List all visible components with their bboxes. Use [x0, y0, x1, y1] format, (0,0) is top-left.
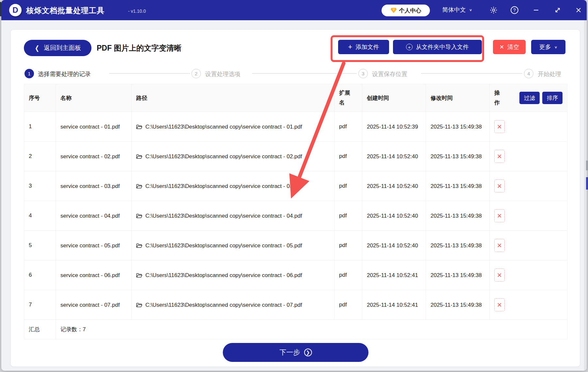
col-header-name: 名称: [56, 84, 132, 112]
cell-ext: pdf: [335, 231, 362, 260]
close-button[interactable]: [574, 5, 583, 15]
account-center-button[interactable]: 个人中心: [382, 5, 430, 16]
delete-row-button[interactable]: ✕: [494, 209, 505, 222]
delete-row-button[interactable]: ✕: [494, 269, 505, 282]
add-files-button[interactable]: + 添加文件: [338, 40, 389, 54]
cell-seq: 1: [24, 112, 56, 142]
step-2-label: 设置处理选项: [205, 70, 240, 78]
background-window-fragment: [0, 2, 1, 16]
col-header-created: 创建时间: [362, 84, 426, 112]
cell-created: 2025-11-14 10:52:40: [362, 231, 426, 260]
file-table-body: 1 service contract - 01.pdf C:\Users\116…: [24, 112, 567, 320]
table-header-row: 序号 名称 路径 扩展名 创建时间 修改时间 操作 过滤 排序: [24, 84, 567, 112]
filter-button[interactable]: 过滤: [519, 92, 540, 104]
more-button[interactable]: 更多 ∨: [531, 40, 565, 54]
svg-text:?: ?: [513, 8, 516, 13]
cell-name: service contract - 05.pdf: [56, 231, 132, 260]
cell-actions: ✕: [490, 171, 567, 201]
cell-seq: 2: [24, 142, 56, 171]
import-from-folder-button[interactable]: + 从文件夹中导入文件: [393, 40, 482, 54]
clear-button[interactable]: ✕ 清空: [493, 40, 526, 54]
folder-open-icon: [136, 272, 142, 278]
next-step-label: 下一步: [280, 348, 300, 357]
cell-created: 2025-11-14 10:52:40: [362, 171, 426, 201]
col-header-seq: 序号: [24, 84, 56, 112]
cell-ext: pdf: [335, 290, 362, 320]
table-row: 2 service contract - 02.pdf C:\Users\116…: [24, 142, 567, 171]
col-header-actions: 操作 过滤 排序: [490, 84, 567, 112]
folder-open-icon: [136, 213, 142, 219]
delete-row-button[interactable]: ✕: [494, 239, 505, 252]
cell-seq: 3: [24, 171, 56, 201]
help-button[interactable]: ?: [510, 5, 519, 15]
settings-button[interactable]: [489, 5, 498, 15]
folder-open-icon: [136, 124, 142, 130]
folder-open-icon: [136, 183, 142, 189]
minimize-icon: [532, 6, 540, 14]
circle-plus-icon: +: [406, 44, 413, 50]
cell-name: service contract - 03.pdf: [56, 171, 132, 201]
cell-created: 2025-11-14 10:52:40: [362, 201, 426, 231]
sort-button[interactable]: 排序: [542, 92, 563, 104]
maximize-icon: [554, 6, 562, 14]
cell-name: service contract - 06.pdf: [56, 260, 132, 290]
clear-label: 清空: [507, 43, 519, 51]
table-row: 7 service contract - 07.pdf C:\Users\116…: [24, 290, 567, 320]
col-header-modified: 修改时间: [426, 84, 490, 112]
circle-arrow-right-icon: ❯: [304, 349, 312, 356]
table-row: 5 service contract - 05.pdf C:\Users\116…: [24, 231, 567, 260]
cell-name: service contract - 04.pdf: [56, 201, 132, 231]
cell-seq: 4: [24, 201, 56, 231]
cell-actions: ✕: [490, 112, 567, 142]
minimize-button[interactable]: [531, 5, 541, 15]
step-2-circle: 2: [191, 69, 201, 78]
app-version: - v1.10.0: [128, 8, 146, 14]
step-4-label: 开始处理: [538, 70, 561, 78]
titlebar: D 核烁文档批量处理工具 - v1.10.0 个人中心 简体中文 ∨: [1, 0, 587, 20]
language-selector[interactable]: 简体中文 ∨: [442, 6, 472, 14]
cell-path: C:\Users\11623\Desktop\scanned copy\serv…: [132, 112, 335, 142]
cell-modified: 2025-11-13 15:49:38: [426, 290, 490, 320]
cell-ext: pdf: [335, 112, 362, 142]
summary-row: 汇总 记录数：7: [24, 320, 567, 339]
cell-actions: ✕: [490, 260, 567, 290]
step-1-circle: 1: [24, 69, 34, 78]
step-1-label: 选择需要处理的记录: [38, 70, 91, 78]
table-row: 4 service contract - 04.pdf C:\Users\116…: [24, 201, 567, 231]
next-step-button[interactable]: 下一步 ❯: [223, 343, 368, 362]
delete-row-button[interactable]: ✕: [494, 179, 505, 193]
actions-header-label: 操作: [494, 88, 501, 108]
cell-ext: pdf: [335, 260, 362, 290]
cell-modified: 2025-11-13 15:49:38: [426, 231, 490, 260]
step-3-circle: 3: [358, 69, 368, 78]
cell-modified: 2025-11-13 15:49:38: [426, 201, 490, 231]
close-icon: [575, 6, 582, 14]
cell-path: C:\Users\11623\Desktop\scanned copy\serv…: [132, 171, 335, 201]
delete-row-button[interactable]: ✕: [494, 298, 505, 311]
x-icon: ✕: [499, 44, 504, 51]
cell-created: 2025-11-14 10:52:41: [362, 290, 426, 320]
language-label: 简体中文: [442, 6, 466, 14]
page-title: PDF 图片上的文字变清晰: [97, 43, 181, 53]
cell-seq: 6: [24, 260, 56, 290]
add-files-label: 添加文件: [355, 43, 379, 51]
table-row: 3 service contract - 03.pdf C:\Users\116…: [24, 171, 567, 201]
cell-seq: 7: [24, 290, 56, 320]
col-header-ext: 扩展名: [335, 84, 362, 112]
cell-modified: 2025-11-13 15:49:38: [426, 171, 490, 201]
summary-label: 汇总: [24, 320, 56, 339]
cell-actions: ✕: [490, 142, 567, 171]
maximize-button[interactable]: [553, 5, 563, 15]
cell-name: service contract - 01.pdf: [56, 112, 132, 142]
delete-row-button[interactable]: ✕: [494, 150, 505, 163]
cell-name: service contract - 02.pdf: [56, 142, 132, 171]
delete-row-button[interactable]: ✕: [494, 120, 505, 133]
step-connector: [421, 73, 522, 74]
step-4-circle: 4: [524, 69, 533, 78]
cell-modified: 2025-11-13 15:49:38: [426, 260, 490, 290]
back-to-dashboard-button[interactable]: ❮ 返回到主面板: [24, 40, 91, 56]
col-header-path: 路径: [132, 84, 335, 112]
chevron-down-icon: ∨: [554, 45, 558, 49]
background-window-fragment: [586, 177, 588, 190]
cell-actions: ✕: [490, 231, 567, 260]
